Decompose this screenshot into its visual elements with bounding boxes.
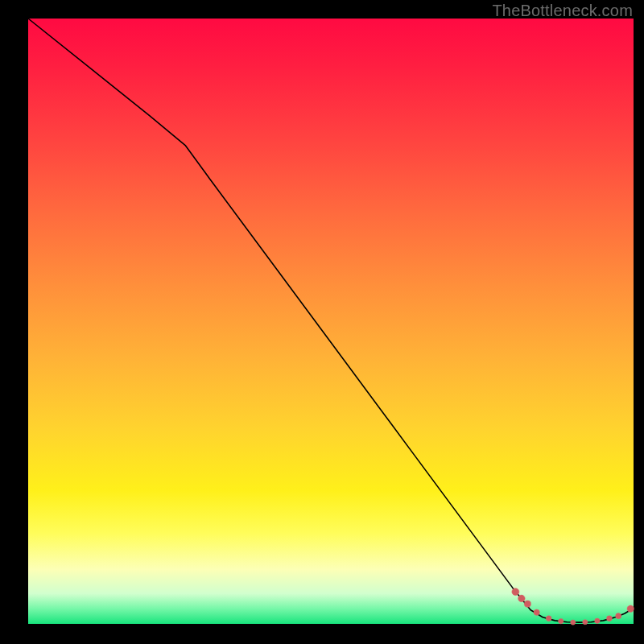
curve-marker — [595, 618, 600, 623]
curve-markers — [512, 588, 634, 625]
curve-marker — [518, 595, 526, 602]
curve-marker — [571, 620, 576, 625]
chart-frame: TheBottleneck.com — [0, 0, 644, 644]
curve-marker — [534, 609, 539, 615]
curve-marker — [583, 620, 588, 625]
curve-marker — [616, 613, 621, 619]
curve-marker — [627, 605, 634, 612]
bottleneck-curve — [28, 19, 634, 622]
curve-marker — [512, 588, 519, 596]
watermark-text: TheBottleneck.com — [492, 2, 633, 20]
chart-overlay — [28, 19, 634, 624]
curve-marker — [546, 616, 551, 621]
curve-marker — [524, 601, 530, 607]
curve-marker — [607, 616, 613, 621]
curve-marker — [559, 618, 564, 623]
